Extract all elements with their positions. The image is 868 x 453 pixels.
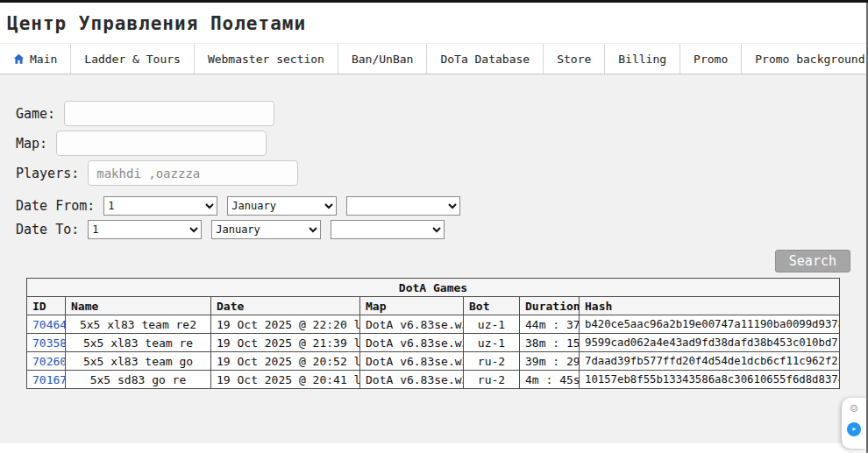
date-from-year-select[interactable] — [346, 196, 460, 216]
main-content: Game: Map: Players: Date From: 1 January… — [0, 74, 868, 443]
nav-tab-store[interactable]: Store — [544, 44, 605, 74]
game-date-cell: 19 Oct 2025 @ 20:41 local — [211, 371, 360, 389]
chat-widget[interactable]: ☺ ➤ — [842, 398, 866, 449]
table-row: 704644 5x5 xl83 team re2 19 Oct 2025 @ 2… — [27, 315, 840, 334]
game-name-cell: 5x5 xl83 team go — [66, 352, 211, 371]
date-to-year-select[interactable] — [331, 220, 445, 239]
date-from-label: Date From: — [16, 198, 95, 214]
game-id-link[interactable]: 702605 — [32, 355, 66, 368]
game-map-cell: DotA v6.83se.w3x — [360, 334, 464, 352]
nav-tab-promo-background[interactable]: Promo background — [742, 44, 868, 74]
nav-tab-label: Billing — [618, 53, 666, 66]
game-name-cell: 5x5 xl83 team re — [66, 334, 211, 352]
game-bot-cell: ru-2 — [464, 352, 520, 371]
map-row: Map: — [16, 131, 868, 156]
dota-games-table: DotA Games ID Name Date Map Bot Duration… — [26, 278, 840, 389]
main-nav: Main Ladder & Tours Webmaster section Ba… — [0, 43, 868, 74]
game-name-cell: 5x5 xl83 team re2 — [66, 315, 211, 334]
game-hash-cell: 10157eb8f55b13343586a8c30610655f6d8d8374 — [580, 371, 840, 389]
col-header-date: Date — [211, 297, 360, 315]
nav-tab-label: DoTa Database — [440, 53, 530, 66]
col-header-duration: Duration — [520, 297, 580, 315]
nav-tab-billing[interactable]: Billing — [605, 44, 680, 74]
players-input[interactable] — [88, 160, 298, 186]
game-bot-cell: uz-1 — [464, 315, 520, 334]
game-map-cell: DotA v6.83se.w3x — [360, 352, 464, 371]
game-map-cell: DotA v6.83se.w3x — [360, 315, 464, 334]
game-duration-cell: 38m : 15s — [520, 334, 580, 352]
nav-tab-promo[interactable]: Promo — [680, 44, 742, 74]
nav-tab-label: Ban/UnBan — [352, 53, 413, 66]
table-header-row: ID Name Date Map Bot Duration Hash — [27, 297, 840, 315]
home-icon — [13, 53, 25, 65]
map-input[interactable] — [56, 131, 267, 156]
game-date-cell: 19 Oct 2025 @ 22:20 local — [211, 315, 360, 334]
game-date-cell: 19 Oct 2025 @ 20:52 local — [211, 352, 360, 371]
game-duration-cell: 39m : 29s — [520, 352, 580, 371]
game-row: Game: — [16, 101, 868, 126]
date-to-row: Date To: 1 January — [16, 220, 868, 239]
nav-tab-ladder-tours[interactable]: Ladder & Tours — [71, 44, 195, 74]
game-id-cell: 704644 — [27, 315, 66, 334]
game-id-cell: 703581 — [27, 334, 66, 352]
game-name-cell: 5x5 sd83 go re — [66, 371, 211, 389]
players-label: Players: — [16, 166, 79, 181]
col-header-map: Map — [360, 297, 464, 315]
table-row: 701672 5x5 sd83 go re 19 Oct 2025 @ 20:4… — [27, 371, 840, 389]
game-id-cell: 701672 — [27, 371, 66, 389]
table-title: DotA Games — [27, 279, 840, 297]
nav-tab-label: Promo background — [755, 53, 864, 66]
nav-tab-main[interactable]: Main — [0, 44, 71, 74]
game-hash-cell: b420ce5aac96a2b19e00747a11190ba0099d9378 — [580, 315, 840, 334]
players-row: Players: — [16, 160, 868, 186]
table-row: 703581 5x5 xl83 team re 19 Oct 2025 @ 21… — [27, 334, 840, 352]
nav-tab-ban-unban[interactable]: Ban/UnBan — [338, 44, 427, 74]
nav-tab-label: Promo — [694, 53, 728, 66]
game-duration-cell: 44m : 37s — [520, 315, 580, 334]
game-id-link[interactable]: 701672 — [32, 373, 66, 386]
col-header-bot: Bot — [464, 297, 520, 315]
game-hash-cell: 9599cad062a4e43ad9fd38dafd38b453c010bd7f — [580, 334, 840, 352]
date-to-day-select[interactable]: 1 — [88, 220, 202, 239]
game-id-link[interactable]: 704644 — [32, 318, 66, 331]
table-row: 702605 5x5 xl83 team go 19 Oct 2025 @ 20… — [27, 352, 840, 371]
col-header-id: ID — [27, 297, 66, 315]
game-bot-cell: uz-1 — [464, 334, 520, 352]
date-from-day-select[interactable]: 1 — [103, 196, 217, 216]
search-row: Search — [16, 250, 850, 273]
game-hash-cell: 7daad39fb577ffd20f4d54de1dcb6cf11c962f25 — [580, 352, 840, 371]
game-id-link[interactable]: 703581 — [32, 336, 66, 350]
col-header-name: Name — [66, 297, 211, 315]
page-title: Центр Управления Полетами — [7, 13, 861, 34]
smiley-icon[interactable]: ☺ — [850, 402, 857, 414]
game-map-cell: DotA v6.83se.w3x — [360, 371, 464, 389]
nav-tab-label: Ladder & Tours — [84, 53, 181, 66]
game-date-cell: 19 Oct 2025 @ 21:39 local — [211, 334, 360, 352]
game-duration-cell: 4m : 45s — [520, 371, 580, 389]
date-from-month-select[interactable]: January — [227, 196, 337, 216]
date-to-label: Date To: — [16, 222, 79, 237]
game-id-cell: 702605 — [27, 352, 66, 371]
date-from-row: Date From: 1 January — [16, 196, 868, 216]
nav-tab-label: Webmaster section — [208, 53, 324, 66]
page-header: Центр Управления Полетами — [0, 3, 868, 43]
date-to-month-select[interactable]: January — [211, 220, 321, 239]
game-label: Game: — [16, 106, 55, 122]
game-input[interactable] — [64, 101, 274, 126]
nav-tab-dota-database[interactable]: DoTa Database — [427, 44, 544, 74]
nav-tab-label: Main — [30, 53, 57, 66]
search-button[interactable]: Search — [775, 250, 850, 273]
table-title-row: DotA Games — [27, 279, 840, 297]
col-header-hash: Hash — [580, 297, 840, 315]
map-label: Map: — [16, 136, 47, 152]
game-bot-cell: ru-2 — [464, 371, 520, 389]
nav-tab-label: Store — [557, 53, 591, 66]
nav-tab-webmaster-section[interactable]: Webmaster section — [195, 44, 338, 74]
chat-icon[interactable]: ➤ — [847, 422, 861, 436]
